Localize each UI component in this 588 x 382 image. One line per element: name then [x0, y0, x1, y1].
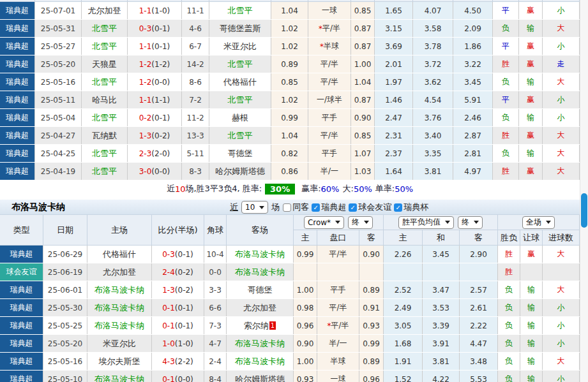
result-text: 赢 — [527, 59, 534, 70]
corner-cell: 4-6 — [182, 20, 209, 37]
score-cell: 1-3(0-2) — [128, 127, 182, 144]
ah-away-odds: 0.87 — [351, 20, 375, 37]
match-row: 瑞典超25-04-19北雪平3-0(0-0)8-3哈尔姆斯塔德0.86半/一1.… — [0, 163, 580, 180]
league-name: 瑞典超 — [6, 130, 29, 141]
match-date: 25-06-19 — [43, 263, 87, 281]
goals-result-cell: 大 — [543, 73, 580, 91]
eu-draw-odds: 3.62 — [413, 73, 453, 91]
ah-away-odds — [359, 263, 384, 281]
eu-draw-odds: 3.35 — [413, 145, 453, 162]
scope-select[interactable]: 全场 — [522, 216, 555, 229]
vertical-scrollbar[interactable] — [580, 0, 588, 382]
over-rate-label: 大: — [342, 183, 353, 195]
corner-cell: 10-4 — [204, 246, 227, 263]
score-halftime: (0-1) — [151, 114, 170, 122]
corner-text: 6-6 — [209, 304, 222, 312]
score-fulltime: 0-2 — [139, 114, 152, 122]
corner-text: 7-2 — [189, 96, 202, 105]
filter-checked[interactable]: ✓瑞典杯 — [394, 202, 428, 213]
away-team-name: 哥德堡 — [248, 284, 273, 296]
goals-result-cell: 大 — [543, 127, 580, 144]
match-row: 瑞典超25-05-16北雪平1-2(0-0)8-6代格福什0.85平/半1.04… — [0, 73, 580, 91]
ah-home-odds: 0.89 — [271, 55, 308, 73]
corner-cell: 6-6 — [204, 299, 227, 316]
odds-history-page: 类型日期主场比分(半场)角球客场主盘口客主和客胜负让球进球数 瑞典超25-07-… — [0, 0, 588, 382]
home-team-name: 尤尔加登 — [103, 267, 136, 278]
column-header-3: 比分(半场) — [152, 215, 204, 246]
goals-result-cell: 小 — [543, 38, 580, 55]
odds-text: 0.98 — [297, 304, 314, 312]
handicap-result-cell: 输 — [520, 353, 543, 370]
odds-text: 1.46 — [385, 96, 402, 105]
recent-link[interactable]: 近 — [230, 202, 238, 213]
corner-text: 0-0 — [209, 268, 222, 277]
away-team: 北雪平 — [209, 55, 271, 73]
eu-draw-odds: 3.39 — [423, 317, 460, 334]
checkbox-checked-icon[interactable]: ✓ — [349, 203, 357, 212]
handicap-line: 平/半 — [308, 73, 351, 91]
sub-header-ah-home: 主 — [294, 230, 317, 246]
home-team: 布洛马波卡纳 — [87, 281, 152, 298]
away-team-name: 北雪平 — [228, 130, 253, 142]
single-rate-value: 50% — [395, 184, 413, 194]
result-cell: 负 — [498, 299, 520, 316]
away-team: 米亚尔比 — [209, 38, 271, 55]
sub-header-eu-home: 主 — [384, 230, 423, 246]
result-text: 小 — [557, 112, 565, 123]
score-fulltime: 0-1 — [162, 321, 175, 330]
odds-text: 4.97 — [464, 167, 481, 176]
checkbox-unchecked-icon[interactable] — [283, 203, 291, 212]
result-text: 负 — [505, 302, 513, 313]
odds-source-select[interactable]: Crow* — [304, 216, 344, 229]
filter-checked[interactable]: ✓球会友谊 — [349, 202, 391, 213]
match-date: 25-04-27 — [35, 127, 82, 144]
score-cell: 1-2(1-2) — [128, 55, 182, 73]
result-cell: 负 — [493, 20, 519, 37]
result-cell: 负 — [498, 281, 520, 298]
select-value: 终 — [462, 217, 469, 228]
checkbox-checked-icon[interactable]: ✓ — [394, 203, 402, 212]
odds-text: 4.07 — [425, 6, 442, 15]
filter-label: 瑞典杯 — [403, 202, 428, 213]
score-fulltime: 0-1 — [162, 304, 175, 312]
odds-text: 0.87 — [354, 24, 372, 33]
checkbox-checked-icon[interactable]: ✓ — [312, 203, 320, 212]
odds-state-select[interactable]: 终 — [348, 216, 373, 229]
ah-home-odds: 1.00 — [294, 281, 317, 298]
date-text: 25-05-20 — [41, 60, 75, 69]
odds-text: 1.64 — [385, 167, 402, 176]
odds-text: 0.99 — [297, 250, 314, 259]
filter-unchecked[interactable]: 同客 — [283, 202, 309, 213]
select-value: 全场 — [526, 217, 541, 228]
home-team-name: 北雪平 — [92, 166, 117, 177]
away-team-name: 北雪平 — [228, 94, 253, 106]
eu-home-odds: 1.65 — [375, 2, 413, 19]
away-team-name: 布洛马波卡纳 — [235, 267, 285, 278]
home-team-name: 北雪平 — [92, 148, 117, 159]
score-cell: 1-1(1-1) — [128, 91, 182, 108]
result-text: 胜 — [502, 166, 509, 177]
away-team: 北雪平 — [209, 91, 271, 108]
over-rate-value: 50% — [354, 184, 372, 194]
score-halftime: (0-1) — [175, 304, 193, 312]
home-team: 北雪平 — [82, 109, 128, 126]
result-text: 负 — [505, 356, 513, 367]
header-group: 全场胜负让球进球数 — [498, 215, 580, 246]
eu-away-odds — [460, 263, 498, 281]
chevron-down-icon — [335, 221, 340, 224]
score-halftime: (0-0) — [151, 167, 170, 176]
odds-text: 3.76 — [425, 114, 442, 122]
date-text: 25-05-25 — [48, 321, 82, 330]
corner-text: 2-4 — [209, 357, 222, 366]
odds-text: 0.86 — [281, 167, 298, 176]
eu-state-select[interactable]: 终 — [458, 216, 483, 229]
odds-text: 3.05 — [395, 321, 412, 330]
filter-checked[interactable]: ✓瑞典超 — [312, 202, 346, 213]
header-label: 进球数 — [548, 232, 573, 244]
home-team-name: 北雪平 — [92, 112, 117, 124]
goals-result-cell: 小 — [543, 299, 580, 316]
eu-average-select[interactable]: 胜平负均值 — [398, 216, 454, 229]
scrollbar-thumb[interactable] — [581, 193, 587, 228]
team-name-title: 布洛马波卡纳 — [11, 202, 65, 213]
recent-count-select[interactable]: 10 — [241, 201, 268, 214]
